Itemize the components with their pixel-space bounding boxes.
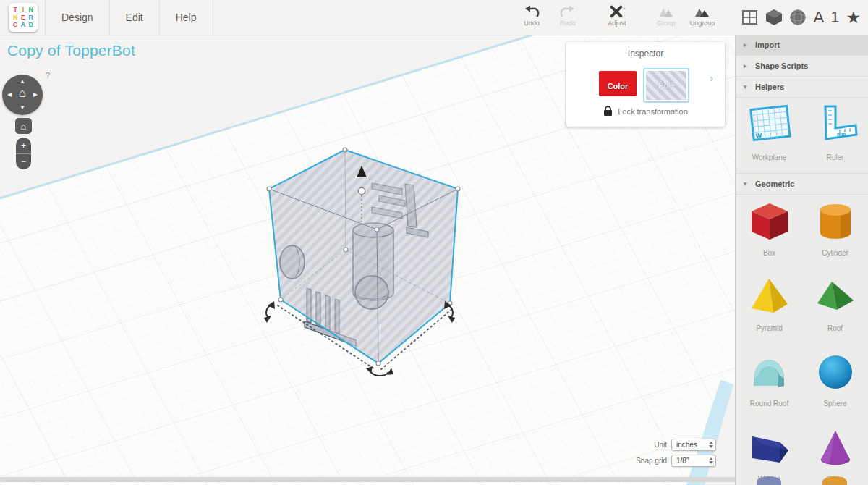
shape-item-wedge[interactable]: Wedge — [736, 421, 802, 485]
logo-letter: D — [27, 21, 35, 29]
shape-label: Cylinder — [822, 249, 848, 257]
sphere-shape-icon — [814, 351, 856, 393]
logo-letter: R — [27, 14, 35, 22]
shape-label: Roof — [827, 324, 843, 332]
expand-arrow-icon: ▾ — [744, 180, 749, 187]
text-tool-icon[interactable]: A — [813, 9, 824, 25]
logo-letter: N — [27, 6, 35, 14]
number-tool-icon[interactable]: 1 — [830, 9, 839, 25]
menu-help[interactable]: Help — [160, 0, 213, 35]
shape-label: Sphere — [823, 400, 846, 408]
sphere-quick-icon[interactable] — [789, 9, 807, 26]
ungroup-label: Ungroup — [690, 20, 715, 27]
hole-swatch-selected[interactable]: Hole — [643, 68, 689, 103]
menu-design[interactable]: Design — [45, 0, 110, 35]
nav-down-arrow[interactable]: ▼ — [20, 105, 25, 111]
unit-control: Unit inches — [654, 439, 716, 451]
nav-up-arrow[interactable]: ▲ — [20, 79, 25, 85]
logo-letter: E — [20, 14, 27, 22]
group-label: Group — [657, 20, 675, 27]
ungroup-button[interactable]: Ungroup — [686, 4, 719, 27]
helper-item-workplane[interactable]: W Workplane — [736, 98, 802, 173]
help-icon[interactable]: ? — [46, 71, 50, 80]
ungroup-icon — [694, 4, 710, 19]
shape-item-cylinder[interactable]: Cylinder — [802, 195, 868, 270]
view-navigation-ball[interactable]: ▲ ▼ ◀ ▶ ⌂ — [2, 75, 43, 115]
menu-edit[interactable]: Edit — [110, 0, 160, 35]
shape-item-pyramid[interactable]: Pyramid — [736, 270, 802, 345]
shape-label: Round Roof — [750, 400, 788, 408]
topbar: T I N K E R C A D Design Edit Help Undo — [0, 0, 868, 35]
lock-transformation[interactable]: Lock transformation — [566, 106, 725, 117]
logo-letter: I — [20, 6, 27, 14]
cone-shape-icon — [814, 426, 856, 468]
shape-item-roof[interactable]: Roof — [802, 270, 868, 345]
shape-item-partial[interactable] — [757, 476, 781, 485]
expand-arrow-icon: ▾ — [744, 83, 749, 90]
ruler-helper-icon: mm — [811, 102, 860, 147]
adjust-button[interactable]: Adjust — [600, 4, 634, 27]
hole-swatch-label: Hole — [658, 81, 675, 90]
cube-quick-icon[interactable] — [765, 9, 783, 26]
shape-item-cone[interactable]: Cone — [802, 421, 868, 485]
selected-model[interactable] — [264, 148, 460, 376]
color-swatch[interactable]: Color — [599, 71, 637, 96]
unit-label: Unit — [654, 441, 667, 449]
shape-item-sphere[interactable]: Sphere — [802, 345, 868, 421]
section-shape-scripts[interactable]: ▸ Shape Scripts — [736, 56, 868, 77]
redo-label: Redo — [560, 20, 576, 27]
pyramid-shape-icon — [749, 276, 791, 318]
group-button[interactable]: Group — [650, 4, 683, 27]
helper-item-ruler[interactable]: mm Ruler — [802, 98, 868, 173]
section-helpers[interactable]: ▾ Helpers — [736, 77, 868, 98]
svg-text:mm: mm — [837, 132, 846, 137]
home-view-icon[interactable]: ⌂ — [2, 87, 43, 99]
rotate-handle-left[interactable] — [264, 301, 275, 323]
helpers-items: W Workplane mm Ruler — [736, 98, 868, 174]
zoom-in-button[interactable]: + — [16, 138, 31, 154]
geometric-items: Box Cylinder Pyramid — [736, 195, 868, 485]
shapes-sidebar: ▸ Import ▸ Shape Scripts ▾ Helpers W Wor… — [736, 35, 868, 485]
lock-icon — [603, 106, 613, 117]
inspector-title: Inspector — [566, 42, 725, 59]
wedge-shape-icon — [749, 426, 791, 468]
menu-bar: Design Edit Help — [45, 0, 213, 35]
shape-item-round-roof[interactable]: Round Roof — [736, 345, 802, 421]
adjust-icon — [608, 4, 626, 19]
hole-hatch-pattern: Hole — [646, 71, 686, 100]
viewport-3d[interactable]: Copy of TopperBot ? ▲ ▼ ◀ ▶ ⌂ ⌂ + − Unit… — [0, 35, 736, 485]
rotate-handle-bottom[interactable] — [366, 366, 393, 376]
section-import-label: Import — [755, 41, 780, 49]
unit-select[interactable]: inches — [671, 439, 716, 451]
collapse-arrow-icon: ▸ — [744, 41, 749, 48]
tinkercad-logo[interactable]: T I N K E R C A D — [9, 3, 38, 32]
workplane-quick-icon[interactable] — [741, 9, 759, 26]
undo-button[interactable]: Undo — [515, 4, 548, 27]
shape-item-partial[interactable] — [822, 476, 847, 485]
rotate-handle-right[interactable] — [444, 301, 455, 323]
roof-shape-icon — [814, 276, 856, 318]
round-roof-shape-icon — [749, 351, 791, 393]
zoom-out-button[interactable]: − — [16, 154, 31, 170]
section-import[interactable]: ▸ Import — [736, 35, 868, 56]
section-geometric[interactable]: ▾ Geometric — [736, 174, 868, 195]
height-handle-dot[interactable] — [359, 188, 365, 195]
group-icon — [658, 4, 674, 19]
home-view-button[interactable]: ⌂ — [15, 118, 32, 134]
box-shape-icon — [749, 201, 791, 242]
collapse-arrow-icon: ▸ — [744, 62, 749, 69]
shape-item-box[interactable]: Box — [736, 195, 802, 270]
redo-button[interactable]: Redo — [551, 4, 584, 27]
spinner-icon — [709, 442, 713, 448]
shape-label: Pyramid — [756, 324, 783, 332]
svg-text:W: W — [755, 132, 762, 140]
toolbar: Undo Redo Adjust — [515, 4, 719, 27]
zoom-control[interactable]: + − — [16, 138, 31, 169]
favorites-star-icon[interactable]: ★ — [846, 9, 861, 26]
inspector-more-arrow[interactable]: › — [710, 72, 713, 84]
spinner-icon — [709, 457, 713, 464]
logo-letter: K — [12, 14, 20, 22]
snap-grid-select[interactable]: 1/8" — [671, 455, 716, 467]
adjust-label: Adjust — [608, 20, 626, 27]
section-shape-scripts-label: Shape Scripts — [755, 62, 808, 70]
